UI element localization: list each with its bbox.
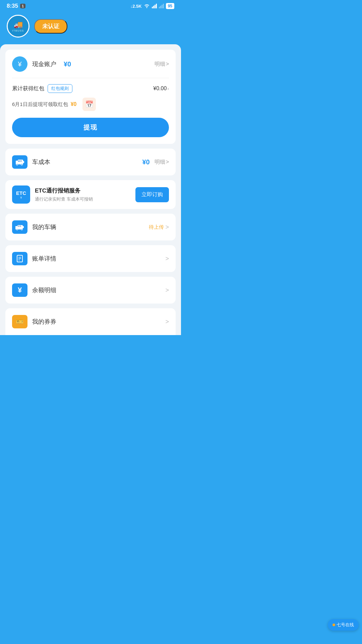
june-amount: ¥0 bbox=[71, 101, 77, 107]
menu-item-coupons[interactable]: 🎫 我的券券 > bbox=[5, 308, 176, 335]
balance-chevron: > bbox=[165, 287, 169, 294]
svg-rect-2 bbox=[23, 161, 24, 163]
cash-amount: ¥0 bbox=[64, 60, 71, 68]
battery-indicator: 95 bbox=[166, 3, 174, 9]
notification-badge: 1 bbox=[20, 4, 25, 8]
car-cost-row: 车成本 ¥0 明细 > bbox=[12, 155, 169, 169]
car-cost-icon bbox=[12, 155, 27, 169]
wifi-icon bbox=[144, 3, 150, 9]
coupons-right: > bbox=[165, 318, 169, 325]
svg-rect-18 bbox=[20, 226, 21, 227]
cash-row: ¥ 现金账户 ¥0 明细 > bbox=[12, 56, 169, 78]
withdraw-button[interactable]: 提现 bbox=[12, 118, 169, 137]
status-bar: 8:35 1 ↓2.5K 95 bbox=[0, 0, 181, 11]
cash-detail-link[interactable]: 明细 > bbox=[155, 61, 169, 68]
balance-icon: ¥ bbox=[12, 283, 27, 297]
cash-account-card: ¥ 现金账户 ¥0 明细 > 累计获得红包 红包规则 ¥0.00 › 6月1日后… bbox=[5, 50, 176, 144]
menu-row-balance: ¥ 余额明细 > bbox=[12, 283, 169, 297]
menu-item-vehicles[interactable]: 我的车辆 待上传 > bbox=[5, 214, 176, 240]
billing-right: > bbox=[165, 255, 169, 262]
status-left: 8:35 1 bbox=[7, 3, 25, 9]
car-cost-card: 车成本 ¥0 明细 > bbox=[5, 149, 176, 175]
svg-rect-12 bbox=[23, 226, 24, 228]
etc-inner: ETC ¥ ETC通行报销服务 通行记录实时查 车成本可报销 立即订购 bbox=[5, 180, 176, 209]
redpack-row: 累计获得红包 红包规则 ¥0.00 › bbox=[12, 84, 169, 93]
svg-point-16 bbox=[21, 229, 22, 230]
status-time: 8:35 bbox=[7, 3, 18, 9]
june-note: 6月1日后提现可领取红包 bbox=[12, 101, 68, 108]
svg-rect-17 bbox=[18, 226, 19, 227]
calendar-icon: 📅 bbox=[82, 98, 96, 111]
vehicles-label: 我的车辆 bbox=[32, 223, 144, 231]
cash-label: 现金账户 bbox=[32, 60, 56, 68]
car-cost-detail-link[interactable]: 明细 > bbox=[155, 159, 169, 166]
vehicles-status: 待上传 bbox=[149, 224, 164, 230]
billing-icon bbox=[12, 252, 27, 265]
menu-item-billing[interactable]: 账单详情 > bbox=[5, 245, 176, 272]
etc-icon: ETC ¥ bbox=[12, 185, 30, 204]
svg-point-6 bbox=[21, 164, 22, 165]
network-speed: ↓2.5K bbox=[130, 4, 142, 9]
billing-label: 账单详情 bbox=[32, 255, 161, 263]
vehicles-right: 待上传 > bbox=[149, 224, 169, 231]
menu-row-vehicles: 我的车辆 待上传 > bbox=[12, 220, 169, 234]
menu-item-balance[interactable]: ¥ 余额明细 > bbox=[5, 277, 176, 304]
redpack-label: 累计获得红包 bbox=[12, 85, 44, 92]
status-right: ↓2.5K 95 bbox=[130, 3, 174, 9]
svg-rect-8 bbox=[20, 160, 22, 162]
svg-point-14 bbox=[17, 229, 17, 230]
coupons-chevron: > bbox=[165, 318, 169, 325]
redpack-rule-button[interactable]: 红包规则 bbox=[48, 84, 72, 93]
billing-chevron: > bbox=[165, 255, 169, 262]
app-logo[interactable]: 🚚 ITBUSS bbox=[7, 15, 29, 38]
etc-desc: 通行记录实时查 车成本可报销 bbox=[35, 196, 131, 203]
signal-icon-2 bbox=[159, 4, 164, 8]
june-row: 6月1日后提现可领取红包 ¥0 📅 bbox=[12, 98, 169, 111]
balance-right: > bbox=[165, 287, 169, 294]
main-content: ¥ 现金账户 ¥0 明细 > 累计获得红包 红包规则 ¥0.00 › 6月1日后… bbox=[0, 44, 181, 335]
cash-icon: ¥ bbox=[12, 56, 27, 72]
vehicles-chevron: > bbox=[165, 224, 169, 231]
car-cost-amount: ¥0 bbox=[142, 158, 149, 166]
coupons-icon: 🎫 bbox=[12, 315, 27, 328]
coupons-label: 我的券券 bbox=[32, 318, 161, 326]
signal-icon bbox=[152, 4, 157, 8]
header: 🚚 ITBUSS 未认证 bbox=[0, 11, 181, 44]
etc-title: ETC通行报销服务 bbox=[35, 187, 131, 195]
vehicles-icon bbox=[12, 220, 27, 234]
car-cost-label: 车成本 bbox=[32, 158, 135, 166]
redpack-amount[interactable]: ¥0.00 › bbox=[153, 86, 169, 92]
redpack-chevron: › bbox=[167, 86, 169, 91]
etc-card: ETC ¥ ETC通行报销服务 通行记录实时查 车成本可报销 立即订购 bbox=[5, 180, 176, 209]
svg-point-4 bbox=[17, 164, 18, 165]
cert-button[interactable]: 未认证 bbox=[34, 19, 67, 34]
menu-row-coupons: 🎫 我的券券 > bbox=[12, 315, 169, 328]
etc-buy-button[interactable]: 立即订购 bbox=[135, 187, 169, 202]
balance-label: 余额明细 bbox=[32, 286, 161, 294]
svg-rect-9 bbox=[18, 161, 19, 162]
etc-info: ETC通行报销服务 通行记录实时查 车成本可报销 bbox=[35, 187, 131, 203]
menu-row-billing: 账单详情 > bbox=[12, 252, 169, 265]
